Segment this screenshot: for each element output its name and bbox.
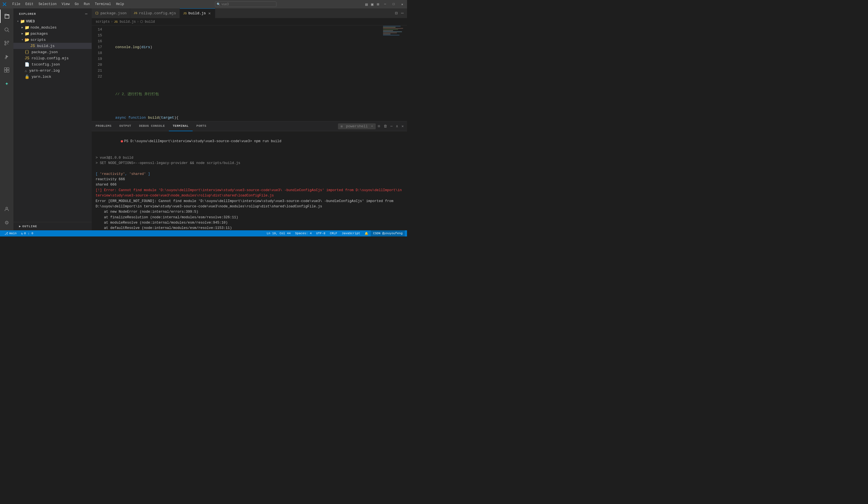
tree-item-package.json[interactable]: {} package.json	[13, 49, 92, 55]
terminal-content[interactable]: PS D:\suyou\dellImport\interview\study\v…	[92, 131, 407, 230]
layout3-icon[interactable]: ⊞	[377, 2, 379, 7]
more-tabs-icon[interactable]: ⋯	[400, 10, 405, 17]
tab-terminal[interactable]: TERMINAL	[169, 121, 193, 131]
terminal-prompt: PS D:\suyou\dellImport\interview\study\v…	[124, 139, 281, 143]
menu-edit[interactable]: Edit	[23, 2, 36, 7]
menu-help[interactable]: Help	[114, 2, 126, 7]
svg-point-0	[5, 28, 8, 31]
status-bar: ⎇ main ↻ 0 ↓ 0 Ln 19, Col 44 Spaces: 4 U…	[0, 230, 407, 236]
menu-file[interactable]: File	[10, 2, 23, 7]
status-language[interactable]: JavaScript	[339, 230, 362, 236]
breadcrumb-file[interactable]: JS build.js	[114, 20, 136, 24]
json-file-icon: {}	[24, 50, 29, 54]
outline-header[interactable]: ▶ OUTLINE	[13, 223, 92, 229]
tree-item-node_modules[interactable]: ▶ 📁 node_modules	[13, 24, 92, 30]
run-activity-icon[interactable]	[0, 50, 13, 63]
sync-text: 0 ↓ 0	[24, 232, 33, 235]
source-control-activity-icon[interactable]	[0, 37, 13, 50]
ln-22: 22	[94, 73, 102, 80]
status-line-ending[interactable]: CRLF	[328, 230, 339, 236]
status-spaces[interactable]: Spaces: 4	[293, 230, 314, 236]
svg-rect-9	[7, 70, 9, 72]
tree-item-tsconfig.json[interactable]: 📄 tsconfig.json	[13, 61, 92, 68]
tab-icon: {}	[95, 11, 99, 15]
tree-item-build.js[interactable]: JS build.js	[13, 43, 92, 49]
tab-problems[interactable]: PROBLEMS	[92, 121, 115, 131]
menu-terminal[interactable]: Terminal	[93, 2, 113, 7]
expand-arrow: ▶	[20, 26, 24, 29]
terminal-line-blank2	[96, 166, 403, 171]
powershell-label: ⊞ powershell ▾	[338, 123, 376, 129]
more-panel-icon[interactable]: ⋯	[390, 123, 394, 129]
tab-ports[interactable]: PORTS	[193, 121, 210, 131]
maximize-panel-icon[interactable]: ∧	[395, 123, 399, 129]
expand-arrow: ▾	[20, 38, 24, 41]
menu-selection[interactable]: Selection	[37, 2, 59, 7]
status-git-branch[interactable]: ⎇ main	[2, 230, 19, 236]
layout2-icon[interactable]: ▣	[371, 2, 373, 7]
status-encoding[interactable]: UTF-8	[314, 230, 328, 236]
ln-14: 14	[94, 27, 102, 32]
tab-package.json[interactable]: {} package.json	[92, 8, 130, 18]
breadcrumb-sep2: ›	[137, 20, 139, 24]
outline-label: OUTLINE	[22, 225, 37, 228]
breadcrumb-symbol[interactable]: ⬡ build	[140, 20, 155, 24]
search-input[interactable]	[215, 1, 277, 7]
outline-section: ▶ OUTLINE	[13, 222, 92, 230]
more-icon[interactable]: ⋯	[85, 11, 88, 17]
tab-rollup.config.mjs[interactable]: JS rollup.config.mjs	[130, 8, 180, 18]
code-content[interactable]: console.log(dirs) // 2、进行打包 并行打包 async f…	[104, 26, 382, 121]
terminal-line-set: > SET NODE_OPTIONS=--openssl-legacy-prov…	[96, 161, 403, 166]
tree-item-rollup.config.mjs[interactable]: JS rollup.config.mjs	[13, 55, 92, 61]
split-editor-icon[interactable]: ⊟	[394, 10, 399, 17]
maximize-button[interactable]: □	[391, 2, 396, 7]
file-name: yarn.lock	[32, 75, 51, 79]
title-bar-right: ▤ ▣ ⊞ ─ □ ✕	[365, 2, 405, 7]
tab-close-button[interactable]: ✕	[207, 11, 211, 16]
split-terminal-icon[interactable]: ⊟	[377, 123, 381, 129]
close-panel-icon[interactable]: ✕	[400, 123, 405, 129]
status-bell[interactable]: 🔔	[362, 230, 371, 236]
accounts-activity-icon[interactable]	[0, 202, 13, 216]
code-line-15	[104, 68, 382, 73]
menu-run[interactable]: Run	[82, 2, 92, 7]
files-activity-icon[interactable]	[0, 10, 13, 23]
file-name: rollup.config.mjs	[32, 56, 69, 60]
status-sync[interactable]: ↻ 0 ↓ 0	[19, 230, 35, 236]
breadcrumb-scripts[interactable]: scripts	[96, 20, 110, 24]
panel-tabs: PROBLEMS OUTPUT DEBUG CONSOLE TERMINAL P…	[92, 121, 407, 131]
spaces-text: Spaces: 4	[295, 232, 312, 235]
tab-build.js[interactable]: JS build.js ✕	[180, 8, 215, 18]
svg-point-3	[5, 44, 6, 46]
search-activity-icon[interactable]	[0, 23, 13, 37]
tree-root-vue3[interactable]: ▾ 📁 VUE3	[13, 18, 92, 24]
tree-item-packages[interactable]: ▶ 📁 packages	[13, 30, 92, 37]
editor-area: {} package.json JS rollup.config.mjs JS …	[92, 8, 407, 230]
terminal-line-arr: [ 'reactivity', 'shared' ]	[96, 172, 403, 177]
terminal-line-blank1	[96, 150, 403, 155]
extensions-activity-icon[interactable]	[0, 63, 13, 77]
layout-icon[interactable]: ▤	[365, 2, 368, 7]
settings-activity-icon[interactable]: ⚙	[0, 216, 13, 229]
bell-icon: 🔔	[364, 232, 369, 235]
status-csdn[interactable]: CSDN @youyoufeng	[371, 230, 405, 236]
log-file-icon: ⚠	[24, 68, 27, 73]
menu-go[interactable]: Go	[72, 2, 81, 7]
trash-icon[interactable]: 🗑	[382, 124, 388, 129]
menu-bar[interactable]: File Edit Selection View Go Run Terminal…	[10, 2, 126, 7]
close-button[interactable]: ✕	[400, 2, 405, 7]
tree-item-yarn.lock[interactable]: 🔒 yarn.lock	[13, 73, 92, 80]
svg-rect-7	[7, 68, 9, 70]
tab-debug-console[interactable]: DEBUG CONSOLE	[135, 121, 168, 131]
file-name: yarn-error.log	[29, 69, 60, 73]
tree-item-yarn-error.log[interactable]: ⚠ yarn-error.log	[13, 68, 92, 73]
minimize-button[interactable]: ─	[382, 2, 388, 7]
tab-output[interactable]: OUTPUT	[115, 121, 135, 131]
tree-item-scripts[interactable]: ▾ 📂 scripts	[13, 37, 92, 43]
sidebar-header: EXPLORER ⋯	[13, 8, 92, 18]
copilot-activity-icon[interactable]: ✦	[0, 77, 13, 90]
lock-file-icon: 🔒	[24, 74, 29, 79]
terminal-line-version: > vue3@1.0.0 build	[96, 155, 403, 161]
menu-view[interactable]: View	[59, 2, 72, 7]
status-line-col[interactable]: Ln 19, Col 44	[265, 230, 293, 236]
